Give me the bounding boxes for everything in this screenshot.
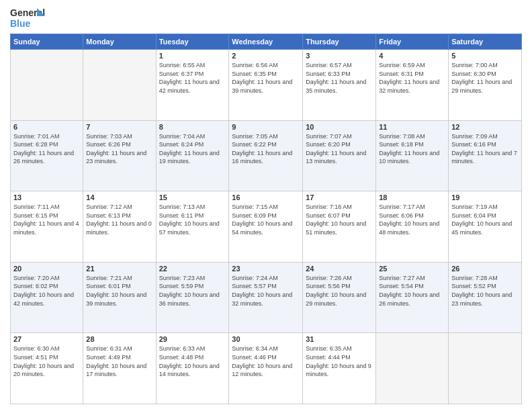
- logo-svg: GeneralBlue: [10, 7, 45, 30]
- day-number: 29: [159, 335, 226, 343]
- calendar-cell: 2Sunrise: 6:56 AM Sunset: 6:35 PM Daylig…: [229, 50, 303, 121]
- day-info: Sunrise: 6:55 AM Sunset: 6:37 PM Dayligh…: [159, 61, 226, 95]
- calendar-cell: 23Sunrise: 7:24 AM Sunset: 5:57 PM Dayli…: [229, 262, 303, 333]
- calendar-cell: 16Sunrise: 7:15 AM Sunset: 6:09 PM Dayli…: [229, 191, 303, 263]
- day-number: 18: [379, 193, 445, 201]
- calendar-cell: 9Sunrise: 7:05 AM Sunset: 6:22 PM Daylig…: [229, 120, 303, 191]
- day-number: 16: [232, 193, 300, 201]
- day-number: 26: [451, 265, 519, 273]
- calendar-cell: 18Sunrise: 7:17 AM Sunset: 6:06 PM Dayli…: [376, 191, 449, 263]
- calendar-cell: 27Sunrise: 6:30 AM Sunset: 4:51 PM Dayli…: [11, 333, 83, 404]
- day-info: Sunrise: 7:24 AM Sunset: 5:57 PM Dayligh…: [232, 274, 300, 308]
- calendar-cell: 30Sunrise: 6:34 AM Sunset: 4:46 PM Dayli…: [229, 333, 303, 404]
- day-info: Sunrise: 7:28 AM Sunset: 5:52 PM Dayligh…: [451, 274, 519, 308]
- day-info: Sunrise: 7:13 AM Sunset: 6:11 PM Dayligh…: [159, 203, 226, 236]
- day-info: Sunrise: 6:57 AM Sunset: 6:33 PM Dayligh…: [306, 61, 373, 95]
- calendar-cell: 12Sunrise: 7:09 AM Sunset: 6:16 PM Dayli…: [449, 120, 522, 191]
- day-number: 2: [232, 52, 300, 60]
- day-info: Sunrise: 7:17 AM Sunset: 6:06 PM Dayligh…: [379, 203, 445, 236]
- day-number: 20: [13, 265, 80, 273]
- day-number: 15: [159, 193, 226, 201]
- day-info: Sunrise: 7:03 AM Sunset: 6:26 PM Dayligh…: [86, 132, 152, 166]
- day-info: Sunrise: 7:05 AM Sunset: 6:22 PM Dayligh…: [232, 132, 300, 166]
- calendar-cell: 25Sunrise: 7:27 AM Sunset: 5:54 PM Dayli…: [376, 262, 449, 333]
- day-number: 14: [86, 193, 152, 201]
- calendar-cell: [376, 333, 449, 404]
- svg-text:Blue: Blue: [10, 18, 31, 29]
- calendar-cell: 4Sunrise: 6:59 AM Sunset: 6:31 PM Daylig…: [376, 50, 449, 121]
- calendar-cell: 6Sunrise: 7:01 AM Sunset: 6:28 PM Daylig…: [11, 120, 83, 191]
- calendar-cell: 14Sunrise: 7:12 AM Sunset: 6:13 PM Dayli…: [83, 191, 156, 263]
- day-info: Sunrise: 6:34 AM Sunset: 4:46 PM Dayligh…: [232, 345, 300, 378]
- calendar-cell: 11Sunrise: 7:08 AM Sunset: 6:18 PM Dayli…: [376, 120, 449, 191]
- day-info: Sunrise: 7:21 AM Sunset: 6:01 PM Dayligh…: [86, 274, 152, 308]
- day-number: 28: [86, 335, 152, 343]
- day-number: 24: [306, 265, 373, 273]
- calendar-cell: 31Sunrise: 6:35 AM Sunset: 4:44 PM Dayli…: [303, 333, 376, 404]
- day-number: 8: [159, 123, 226, 131]
- calendar-cell: 7Sunrise: 7:03 AM Sunset: 6:26 PM Daylig…: [83, 120, 156, 191]
- calendar-cell: 15Sunrise: 7:13 AM Sunset: 6:11 PM Dayli…: [156, 191, 229, 263]
- day-info: Sunrise: 6:31 AM Sunset: 4:49 PM Dayligh…: [86, 345, 152, 378]
- day-number: 11: [379, 123, 445, 131]
- col-header-thursday: Thursday: [303, 34, 376, 50]
- day-number: 31: [306, 335, 373, 343]
- day-number: 4: [379, 52, 445, 60]
- calendar-week-row: 20Sunrise: 7:20 AM Sunset: 6:02 PM Dayli…: [11, 262, 522, 333]
- day-number: 23: [232, 265, 300, 273]
- day-info: Sunrise: 7:01 AM Sunset: 6:28 PM Dayligh…: [13, 132, 80, 166]
- col-header-monday: Monday: [83, 34, 156, 50]
- day-number: 13: [13, 193, 80, 201]
- calendar-cell: 22Sunrise: 7:23 AM Sunset: 5:59 PM Dayli…: [156, 262, 229, 333]
- calendar-cell: 13Sunrise: 7:11 AM Sunset: 6:15 PM Dayli…: [11, 191, 83, 263]
- calendar-cell: 5Sunrise: 7:00 AM Sunset: 6:30 PM Daylig…: [449, 50, 522, 121]
- day-info: Sunrise: 7:27 AM Sunset: 5:54 PM Dayligh…: [379, 274, 445, 308]
- day-info: Sunrise: 6:56 AM Sunset: 6:35 PM Dayligh…: [232, 61, 300, 95]
- day-number: 12: [451, 123, 519, 131]
- calendar-cell: 28Sunrise: 6:31 AM Sunset: 4:49 PM Dayli…: [83, 333, 156, 404]
- calendar-cell: [11, 50, 83, 121]
- calendar-cell: 21Sunrise: 7:21 AM Sunset: 6:01 PM Dayli…: [83, 262, 156, 333]
- day-number: 9: [232, 123, 300, 131]
- day-info: Sunrise: 7:23 AM Sunset: 5:59 PM Dayligh…: [159, 274, 226, 308]
- calendar-week-row: 27Sunrise: 6:30 AM Sunset: 4:51 PM Dayli…: [11, 333, 522, 404]
- day-info: Sunrise: 6:59 AM Sunset: 6:31 PM Dayligh…: [379, 61, 445, 95]
- col-header-saturday: Saturday: [449, 34, 522, 50]
- calendar-week-row: 6Sunrise: 7:01 AM Sunset: 6:28 PM Daylig…: [11, 120, 522, 191]
- day-number: 22: [159, 265, 226, 273]
- calendar-cell: 8Sunrise: 7:04 AM Sunset: 6:24 PM Daylig…: [156, 120, 229, 191]
- day-info: Sunrise: 7:00 AM Sunset: 6:30 PM Dayligh…: [451, 61, 519, 95]
- day-number: 10: [306, 123, 373, 131]
- col-header-friday: Friday: [376, 34, 449, 50]
- calendar-header-row: SundayMondayTuesdayWednesdayThursdayFrid…: [11, 34, 522, 50]
- day-number: 27: [13, 335, 80, 343]
- day-number: 6: [13, 123, 80, 131]
- day-info: Sunrise: 7:07 AM Sunset: 6:20 PM Dayligh…: [306, 132, 373, 166]
- day-info: Sunrise: 7:12 AM Sunset: 6:13 PM Dayligh…: [86, 203, 152, 236]
- day-info: Sunrise: 7:09 AM Sunset: 6:16 PM Dayligh…: [451, 132, 519, 166]
- day-info: Sunrise: 7:04 AM Sunset: 6:24 PM Dayligh…: [159, 132, 226, 166]
- logo: GeneralBlue: [10, 7, 45, 30]
- calendar-cell: 3Sunrise: 6:57 AM Sunset: 6:33 PM Daylig…: [303, 50, 376, 121]
- day-number: 25: [379, 265, 445, 273]
- day-info: Sunrise: 7:26 AM Sunset: 5:56 PM Dayligh…: [306, 274, 373, 308]
- day-number: 7: [86, 123, 152, 131]
- day-info: Sunrise: 7:11 AM Sunset: 6:15 PM Dayligh…: [13, 203, 80, 236]
- day-number: 5: [451, 52, 519, 60]
- day-number: 1: [159, 52, 226, 60]
- day-number: 3: [306, 52, 373, 60]
- page: GeneralBlue SundayMondayTuesdayWednesday…: [0, 0, 532, 411]
- day-info: Sunrise: 6:33 AM Sunset: 4:48 PM Dayligh…: [159, 345, 226, 378]
- calendar-cell: 20Sunrise: 7:20 AM Sunset: 6:02 PM Dayli…: [11, 262, 83, 333]
- day-info: Sunrise: 7:16 AM Sunset: 6:07 PM Dayligh…: [306, 203, 373, 236]
- day-info: Sunrise: 6:35 AM Sunset: 4:44 PM Dayligh…: [306, 345, 373, 378]
- calendar-cell: 19Sunrise: 7:19 AM Sunset: 6:04 PM Dayli…: [449, 191, 522, 263]
- day-number: 21: [86, 265, 152, 273]
- calendar-week-row: 13Sunrise: 7:11 AM Sunset: 6:15 PM Dayli…: [11, 191, 522, 263]
- calendar-cell: 17Sunrise: 7:16 AM Sunset: 6:07 PM Dayli…: [303, 191, 376, 263]
- col-header-sunday: Sunday: [11, 34, 83, 50]
- day-number: 30: [232, 335, 300, 343]
- calendar-cell: 1Sunrise: 6:55 AM Sunset: 6:37 PM Daylig…: [156, 50, 229, 121]
- day-info: Sunrise: 7:15 AM Sunset: 6:09 PM Dayligh…: [232, 203, 300, 236]
- calendar-week-row: 1Sunrise: 6:55 AM Sunset: 6:37 PM Daylig…: [11, 50, 522, 121]
